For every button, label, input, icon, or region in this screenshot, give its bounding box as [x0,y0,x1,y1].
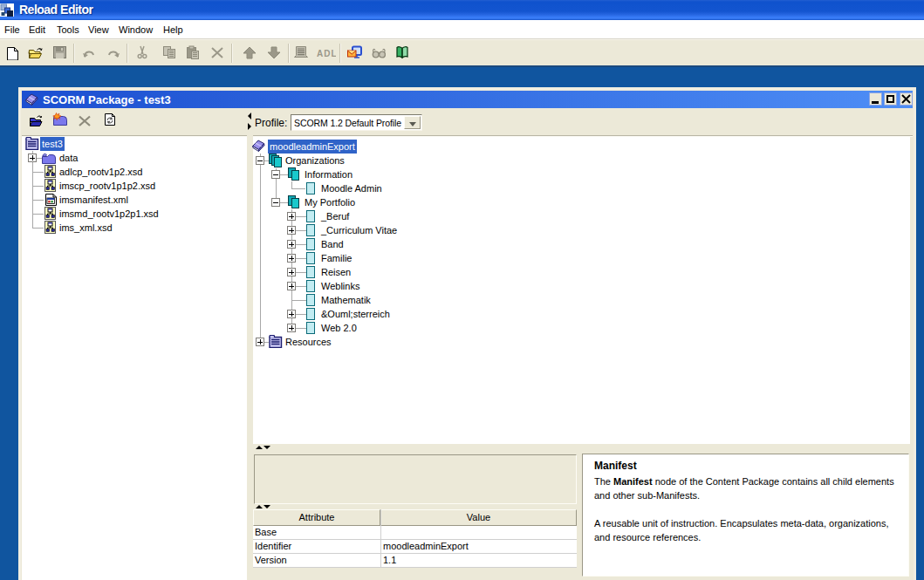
svg-text:ADL: ADL [317,49,336,58]
